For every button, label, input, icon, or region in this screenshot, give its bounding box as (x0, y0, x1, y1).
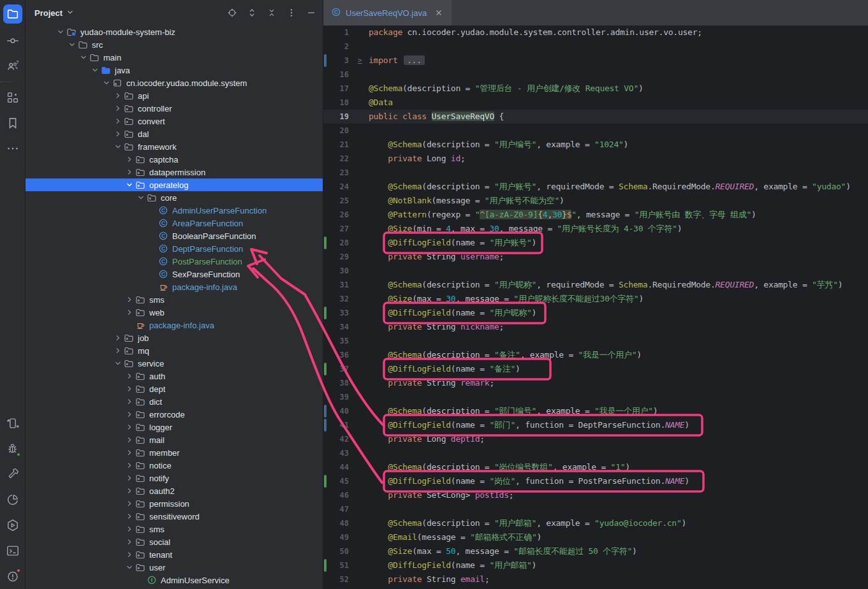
tree-item-framework[interactable]: framework (26, 140, 323, 153)
code-line-27[interactable]: 27 @Size(min = 4, max = 30, message = "用… (323, 222, 868, 236)
tree-item-main[interactable]: main (26, 51, 323, 64)
tree-item-adminuserservice[interactable]: IAdminUserService (26, 574, 323, 586)
collapse-all-icon[interactable] (267, 8, 277, 18)
chevron-collapsed-icon[interactable] (124, 294, 135, 305)
tree-item-logger[interactable]: logger (26, 421, 323, 433)
code-line-38[interactable]: 38 private String remark; (323, 376, 868, 390)
code-line-47[interactable]: 47 (323, 502, 868, 516)
tree-item-user[interactable]: user (26, 561, 323, 574)
chevron-expanded-icon[interactable] (78, 52, 89, 62)
tab-usersavereqvo[interactable]: C UserSaveReqVO.java (323, 0, 452, 25)
code-line-26[interactable]: 26 @Pattern(regexp = "^[a-zA-Z0-9]{4,30}… (323, 208, 868, 222)
chevron-collapsed-icon[interactable] (124, 537, 135, 547)
code-line-33[interactable]: 33 @DiffLogField(name = "用户昵称") (323, 306, 868, 320)
tree-item-service[interactable]: service (26, 357, 323, 370)
code-line-3[interactable]: 3>import ... (323, 54, 868, 68)
code-line-30[interactable]: 30 (323, 264, 868, 278)
code-line-21[interactable]: 21 @Schema(description = "用户编号", example… (323, 138, 868, 152)
chevron-collapsed-icon[interactable] (124, 409, 135, 419)
tree-item-social[interactable]: social (26, 535, 323, 548)
code-line-24[interactable]: 24 @Schema(description = "用户账号", require… (323, 180, 868, 194)
code-line-29[interactable]: 29 private String username; (323, 250, 868, 264)
fold-arrow-icon[interactable]: > (358, 54, 362, 68)
chevron-collapsed-icon[interactable] (124, 511, 135, 521)
structure-icon[interactable] (0, 85, 26, 110)
chevron-expanded-icon[interactable] (101, 78, 112, 88)
tree-item-dal[interactable]: dal (26, 127, 323, 140)
problems-icon[interactable] (0, 564, 26, 589)
chevron-expanded-icon[interactable] (124, 562, 135, 572)
expand-all-icon[interactable] (247, 8, 257, 18)
code-editor[interactable]: 1package cn.iocoder.yudao.module.system.… (323, 25, 868, 586)
locate-icon[interactable] (227, 8, 237, 18)
code-line-16[interactable]: 16 (323, 68, 868, 82)
chevron-collapsed-icon[interactable] (112, 116, 124, 126)
tree-item-areaparsefunction[interactable]: CAreaParseFunction (26, 217, 323, 229)
chevron-collapsed-icon[interactable] (124, 447, 135, 458)
code-line-42[interactable]: 42 private Long deptId; (323, 432, 868, 446)
chevron-collapsed-icon[interactable] (124, 396, 135, 407)
code-line-18[interactable]: 18@Data (323, 96, 868, 110)
code-line-2[interactable]: 2 (323, 40, 868, 54)
code-line-46[interactable]: 46 private Set<Long> postIds; (323, 488, 868, 502)
chevron-collapsed-icon[interactable] (124, 307, 135, 317)
code-line-20[interactable]: 20 (323, 124, 868, 138)
chevron-collapsed-icon[interactable] (124, 167, 135, 177)
project-icon[interactable] (0, 0, 26, 28)
chevron-collapsed-icon[interactable] (124, 486, 135, 496)
chevron-collapsed-icon[interactable] (124, 384, 135, 394)
code-line-31[interactable]: 31 @Schema(description = "用户昵称", require… (323, 278, 868, 292)
tree-item-adminuserparsefunction[interactable]: CAdminUserParseFunction (26, 204, 323, 217)
chevron-collapsed-icon[interactable] (112, 91, 124, 101)
tree-item-yudao-module-system-biz[interactable]: yudao-module-system-biz (26, 25, 323, 38)
chevron-collapsed-icon[interactable] (124, 549, 135, 560)
chevron-collapsed-icon[interactable] (124, 435, 135, 445)
tree-item-sms[interactable]: sms (26, 293, 323, 306)
tree-item-member[interactable]: member (26, 446, 323, 459)
project-dropdown[interactable]: Project (34, 7, 75, 19)
bookmarks-icon[interactable] (0, 110, 26, 136)
tree-item-java[interactable]: java (26, 64, 323, 76)
tree-item-mq[interactable]: mq (26, 344, 323, 357)
chevron-collapsed-icon[interactable] (124, 498, 135, 509)
code-line-41[interactable]: 41 @DiffLogField(name = "部门", function =… (323, 418, 868, 432)
tree-item-errorcode[interactable]: errorcode (26, 408, 323, 421)
commit-icon[interactable] (0, 28, 26, 54)
code-line-39[interactable]: 39 (323, 390, 868, 404)
tree-item-tenant[interactable]: tenant (26, 548, 323, 561)
tree-item-web[interactable]: web (26, 306, 323, 319)
tree-item-convert[interactable]: convert (26, 115, 323, 127)
code-line-50[interactable]: 50 @Size(max = 50, message = "邮箱长度不能超过 5… (323, 544, 868, 558)
profiler-icon[interactable] (0, 487, 26, 513)
chevron-expanded-icon[interactable] (135, 193, 147, 203)
tree-item-package-info-java[interactable]: package-info.java (26, 319, 323, 331)
code-line-52[interactable]: 52 private String email; (323, 572, 868, 586)
chevron-collapsed-icon[interactable] (124, 154, 135, 164)
tree-item-cn-iocoder-yudao-module-system[interactable]: cn.iocoder.yudao.module.system (26, 76, 323, 89)
code-line-28[interactable]: 28 @DiffLogField(name = "用户账号") (323, 236, 868, 250)
tree-item-package-info-java[interactable]: package-info.java (26, 280, 323, 293)
tree-item-oauth2[interactable]: oauth2 (26, 484, 323, 497)
chevron-collapsed-icon[interactable] (124, 473, 135, 483)
chevron-expanded-icon[interactable] (112, 142, 124, 152)
code-line-23[interactable]: 23 (323, 166, 868, 180)
tree-item-auth[interactable]: auth (26, 370, 323, 382)
build-icon[interactable] (0, 462, 26, 487)
code-line-43[interactable]: 43 (323, 446, 868, 460)
tree-item-api[interactable]: api (26, 89, 323, 102)
chevron-collapsed-icon[interactable] (124, 371, 135, 381)
code-line-37[interactable]: 37 @DiffLogField(name = "备注") (323, 362, 868, 376)
chevron-expanded-icon[interactable] (55, 27, 66, 37)
tree-item-mail[interactable]: mail (26, 433, 323, 446)
tree-item-captcha[interactable]: captcha (26, 153, 323, 166)
code-line-36[interactable]: 36 @Schema(description = "备注", example =… (323, 348, 868, 362)
chevron-expanded-icon[interactable] (89, 65, 101, 75)
services-icon[interactable] (0, 513, 26, 538)
code-line-48[interactable]: 48 @Schema(description = "用户邮箱", example… (323, 516, 868, 530)
tree-item-operatelog[interactable]: operatelog (26, 178, 323, 191)
code-line-32[interactable]: 32 @Size(max = 30, message = "用户昵称长度不能超过… (323, 292, 868, 306)
chevron-collapsed-icon[interactable] (124, 524, 135, 534)
chevron-expanded-icon[interactable] (124, 180, 135, 190)
code-line-25[interactable]: 25 @NotBlank(message = "用户账号不能为空") (323, 194, 868, 208)
code-line-35[interactable]: 35 (323, 334, 868, 348)
